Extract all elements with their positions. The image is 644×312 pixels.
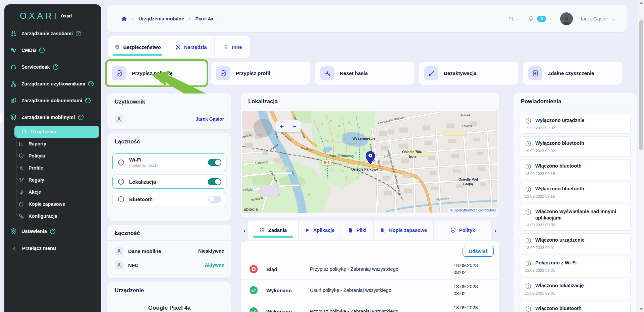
notification-title: Wyłączono bluetooth <box>535 140 584 147</box>
task-status: Błąd <box>266 266 307 272</box>
sidebar-item-zarz-dzanie-u-ytkownikami[interactable]: Zarządzanie użytkownikami <box>4 75 101 92</box>
toggle-lokalizacja[interactable] <box>208 178 221 185</box>
scroll-down-button[interactable] <box>638 307 644 312</box>
hex-gear-icon <box>10 228 17 235</box>
task-date-time: 08:02 <box>453 290 490 297</box>
notification-row: Włączono urządzenie <box>525 237 625 244</box>
kv-row-dane-mobilne: Dane mobilneNieaktywne <box>115 244 224 258</box>
sidebar-item-zarz-dzanie-mobilnymi[interactable]: Zarządzanie mobilnymi <box>4 109 101 126</box>
person-icon <box>115 115 123 123</box>
scroll-up-button[interactable] <box>638 0 644 5</box>
map-label: Folwark <box>461 114 471 117</box>
chevron-left-icon <box>12 246 17 251</box>
toggle-bluetooth[interactable] <box>208 196 221 203</box>
pan-right-icon[interactable] <box>266 126 270 130</box>
sidebar-subitem-urz-dzenia[interactable]: Urządzenia <box>14 126 99 138</box>
shield-check-icon <box>18 153 24 159</box>
docs-icon <box>10 97 17 104</box>
sidebar-subitem-kopie-zapasowe[interactable]: Kopie zapasowe <box>14 198 99 210</box>
sidebar-item-ustawienia[interactable]: Ustawienia <box>4 223 101 240</box>
action-label: Przypisz profil <box>236 70 270 76</box>
task-row: BłądPrzypisz politykę - Zabraniaj wszyst… <box>241 259 499 280</box>
tasks-icon <box>259 227 265 233</box>
sidebar-subitem-regu-y[interactable]: Reguły <box>14 174 99 186</box>
action-reset-has-a[interactable]: Reset hasła <box>315 62 414 85</box>
sidebar-subitem-konfiguracja[interactable]: Konfiguracja <box>14 210 99 222</box>
scrollbar-thumb[interactable] <box>639 20 643 150</box>
notification-item: Włączono bluetooth13.09.2023 09:15 <box>520 159 631 179</box>
detail-tab-aplikacje[interactable]: Aplikacje <box>299 221 340 240</box>
pan-up-icon[interactable] <box>261 121 265 125</box>
sidebar-submenu: UrządzeniaRaportyPolitykiProfileRegułyAk… <box>14 126 99 222</box>
connectivity-card: Łączność Wi-Fi<unknown ssid>LokalizacjaB… <box>107 133 231 221</box>
action-label: Zdalne czyszczenie <box>548 70 594 76</box>
notification-item: Wyłączono bluetooth19.09.2023 09:02 <box>520 136 631 157</box>
task-date: 18.09.202308:02 <box>453 262 490 276</box>
map-canvas[interactable]: 945 WesołaWałowaWodaJana Pawła IIHandlow… <box>242 111 498 213</box>
detail-tab-polityk[interactable]: Polityk <box>434 221 491 240</box>
shield-phone-icon <box>10 114 17 121</box>
location-card-title: Lokalizacja <box>241 93 499 109</box>
toggle-wi-fi[interactable] <box>208 159 221 166</box>
logo-text: OXARI <box>20 11 59 21</box>
map-pan-control[interactable] <box>254 119 272 137</box>
task-description: Przypisz politykę - Zabraniaj wszystkieg… <box>310 309 450 312</box>
user-menu[interactable]: Jarek Gąsior <box>580 16 608 21</box>
chevron-down-icon[interactable] <box>611 17 615 20</box>
tabs-scroll-left[interactable] <box>241 221 248 240</box>
tab-inne[interactable]: Inne <box>215 36 250 58</box>
detail-tab-zadania[interactable]: Zadania <box>248 221 298 240</box>
home-icon[interactable] <box>121 15 127 22</box>
sidebar-subitem-akcje[interactable]: Akcje <box>14 186 99 198</box>
logo-suffix: Oxari <box>61 13 72 18</box>
map-label: abłocie <box>244 207 258 212</box>
sidebar-subitem-polityki[interactable]: Polityki <box>14 150 99 162</box>
files-icon <box>347 227 354 233</box>
sidebar-item-servicedesk[interactable]: Servicedesk <box>4 59 101 75</box>
collapse-label: Przełącz menu <box>22 246 56 251</box>
action-zdalne-czyszczenie[interactable]: Zdalne czyszczenie <box>523 62 622 85</box>
bell-icon[interactable] <box>528 15 534 22</box>
tab-narzędzia[interactable]: Narzędzia <box>167 36 215 58</box>
zoom-in-button[interactable]: + <box>280 123 284 130</box>
refresh-button[interactable]: Odśwież <box>463 246 494 257</box>
action-przypisz-polityk-[interactable]: Przypisz politykę <box>107 62 206 85</box>
person-icon <box>115 247 123 255</box>
app-root: OXARI Oxari Zarządzanie zasobamiCMDBServ… <box>0 0 644 312</box>
map-attribution[interactable]: © OpenStreetMap contributors <box>448 208 497 212</box>
user-link[interactable]: Jarek Gąsior <box>196 116 224 122</box>
language-selector[interactable]: PL <box>508 16 520 21</box>
connectivity-row-label: Wi-Fi <box>129 157 204 163</box>
tab-label: Narzędzia <box>184 45 207 50</box>
shield-check-icon <box>450 227 456 233</box>
sidebar-subitem-label: Profile <box>29 165 43 171</box>
sidebar-subitem-profile[interactable]: Profile <box>14 162 99 174</box>
map-label: Osiedle Parkowe <box>351 168 378 171</box>
tabs-scroll-right[interactable] <box>492 221 499 240</box>
action-dezaktywacja[interactable]: Dezaktywacja <box>419 62 518 85</box>
breadcrumb-link-devices[interactable]: Urządzenia mobilne <box>139 16 184 21</box>
notification-date: 13.09.2023 09:02 <box>525 223 625 227</box>
avatar[interactable] <box>560 12 573 25</box>
pan-left-icon[interactable] <box>256 126 260 130</box>
detail-tab-pliki[interactable]: Pliki <box>340 221 373 240</box>
sidebar-item-zarz-dzanie-zasobami[interactable]: Zarządzanie zasobami <box>4 25 101 42</box>
notification-row: Włączono wyświetlanie nad innymi aplikac… <box>525 208 625 221</box>
page-scrollbar[interactable] <box>638 0 644 312</box>
notification-date: 13.09.2023 09:01 <box>525 268 625 272</box>
chevron-down-icon[interactable] <box>549 17 553 20</box>
sidebar-subitem-label: Konfiguracja <box>29 213 57 219</box>
map-label: lecia <box>409 155 417 159</box>
zoom-out-button[interactable]: − <box>292 123 297 130</box>
sidebar-subitem-label: Akcje <box>29 189 41 195</box>
pan-down-icon[interactable] <box>261 131 265 135</box>
action-przypisz-profil[interactable]: Przypisz profil <box>211 62 310 85</box>
sidebar-item-zarz-dzanie-dokumentami[interactable]: Zarządzanie dokumentami <box>4 92 101 109</box>
tab-bezpieczeństwo[interactable]: Bezpieczeństwo <box>108 36 167 58</box>
breadcrumb-link-device[interactable]: Pixel 4a <box>195 16 213 21</box>
connectivity-row-wi-fi: Wi-Fi<unknown ssid> <box>112 153 226 171</box>
sidebar-collapse-button[interactable]: Przełącz menu <box>4 241 101 256</box>
sidebar-item-cmdb[interactable]: CMDB <box>4 42 101 59</box>
detail-tab-kopie-zapasowe[interactable]: Kopie zapasowe <box>374 221 433 240</box>
sidebar-subitem-raporty[interactable]: Raporty <box>14 138 99 150</box>
